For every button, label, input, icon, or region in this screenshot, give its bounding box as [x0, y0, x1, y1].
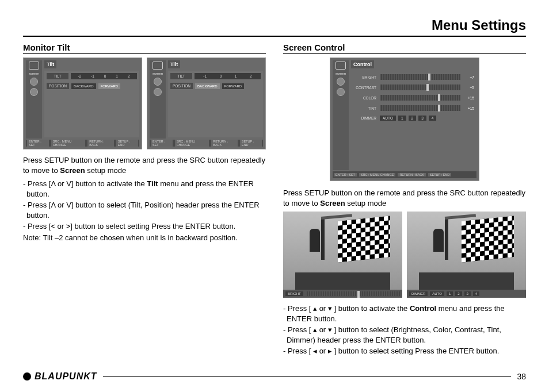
text: - Press [	[283, 304, 313, 313]
tilt-v: 1	[116, 74, 118, 78]
brand-text: BLAUPUNKT	[35, 371, 97, 382]
tilt-screenshots: screen Tilt TILT -2 -1 0 1 2	[23, 57, 266, 149]
footer-rule	[103, 376, 512, 377]
monitor-tilt-heading: Monitor Tilt	[23, 43, 266, 54]
photo-bar: DIMMER AUTO 1 2 3 4	[407, 290, 526, 298]
tilt-label: TILT	[170, 73, 192, 79]
control-step-3: - Press [ or ] button to select setting …	[287, 346, 526, 356]
tilt-v: -1	[91, 74, 94, 78]
sidebar-icon-1	[30, 78, 38, 86]
shot-sidebar: screen	[26, 60, 42, 139]
text-bold: Tilt	[147, 179, 158, 188]
position-label: POSITION	[170, 83, 193, 89]
pole	[321, 217, 325, 260]
text: or	[317, 325, 328, 334]
brand-logo: BLAUPUNKT	[23, 371, 97, 382]
right-column: Screen Control screen Control BRIGHT +7 …	[283, 43, 526, 358]
tilt-screenshot-1: screen Tilt TILT -2 -1 0 1 2	[23, 57, 142, 149]
page-footer: BLAUPUNKT 38	[23, 371, 526, 382]
checkered-flag-icon	[462, 216, 514, 263]
shot-title: Tilt	[168, 60, 180, 68]
color-value: +15	[463, 96, 474, 100]
bright-row: BRIGHT +7	[353, 74, 474, 80]
tilt-v: 2	[128, 74, 130, 78]
shot-title: Tilt	[44, 60, 56, 68]
triangle-down-icon	[328, 325, 332, 334]
text: setup mode	[345, 199, 387, 207]
tilt-row: TILT -2 -1 0 1 2	[47, 73, 137, 79]
dimmer-opt: 1	[398, 116, 406, 121]
position-label: POSITION	[47, 83, 69, 89]
dim-opt: 1	[447, 291, 453, 296]
stand	[295, 272, 391, 290]
tilt-step-1: - Press [Λ or V] button to activate the …	[26, 179, 266, 199]
tint-row: TINT +15	[353, 105, 474, 111]
tilt-v: 1	[235, 74, 237, 78]
foot-return: RETURN : BACK	[87, 140, 114, 147]
tilt-v: -2	[78, 74, 81, 78]
screen-control-heading: Screen Control	[283, 43, 526, 54]
man	[310, 229, 320, 252]
sidebar-icon-1	[154, 78, 162, 86]
tint-value: +15	[463, 106, 474, 110]
position-row: POSITION BACKWARD FORWARD	[47, 83, 137, 89]
dimmer-opt: 4	[429, 116, 437, 121]
position-forward: FORWARD	[222, 83, 245, 89]
text-bold: Control	[410, 304, 436, 313]
tilt-note: Note: Tilt –2 cannot be chosen when unit…	[23, 233, 266, 243]
man	[433, 229, 444, 252]
tv-icon	[152, 62, 163, 70]
triangle-down-icon	[328, 304, 332, 313]
triangle-up-icon	[313, 325, 317, 334]
text: or	[317, 347, 328, 355]
shot-sidebar: screen	[150, 60, 166, 139]
checkered-flag-icon	[338, 216, 390, 263]
tilt-label: TILT	[47, 73, 68, 79]
tilt-v: 0	[104, 74, 106, 78]
brand-dot-icon	[23, 372, 31, 381]
foot-setup: SETUP : END	[428, 173, 451, 176]
position-row: POSITION BACKWARD FORWARD	[170, 83, 261, 89]
sidebar-label: screen	[336, 72, 346, 75]
tv-icon	[336, 62, 346, 70]
contrast-slider	[380, 84, 460, 90]
position-backward: BACKWARD	[195, 83, 219, 89]
tilt-v: -1	[203, 74, 207, 78]
foot-setup: SETUP : END	[240, 140, 262, 147]
tilt-values: -1 0 1 2	[195, 73, 261, 79]
triangle-right-icon	[328, 347, 332, 355]
dim-opt: 2	[455, 291, 462, 296]
text: or	[317, 304, 328, 313]
foot-setup: SETUP : END	[116, 140, 138, 147]
tilt-v: 2	[250, 74, 252, 78]
color-row: COLOR +15	[353, 95, 474, 101]
sidebar-label: screen	[29, 72, 39, 75]
tint-slider	[380, 105, 460, 111]
dim-opt: 4	[473, 291, 479, 296]
tilt-step-3: - Press [< or >] button to select settin…	[26, 221, 266, 232]
dimmer-label: DIMMER	[353, 116, 378, 120]
position-forward: FORWARD	[98, 83, 121, 89]
checkered-photos: BRIGHT DIMMER AUTO 1 2 3 4	[283, 212, 526, 298]
arm	[321, 214, 352, 220]
page-title: Menu Settings	[23, 17, 526, 37]
tint-label: TINT	[353, 106, 378, 110]
tilt-v: 0	[220, 74, 222, 78]
tilt-values: -2 -1 0 1 2	[71, 73, 137, 79]
text-bold: Screen	[60, 166, 85, 175]
bright-label: BRIGHT	[353, 75, 378, 79]
contrast-label: CONTRAST	[353, 86, 378, 90]
sidebar-icon-2	[30, 88, 38, 96]
photo-label: BRIGHT	[285, 291, 303, 296]
dimmer-row: DIMMER AUTO 1 2 3 4	[353, 116, 474, 121]
text: - Press [	[283, 347, 313, 355]
foot-src: SRC : MENU CHANGE	[359, 173, 395, 176]
control-intro: Press SETUP button on the remote and pre…	[283, 188, 526, 208]
dim-opt: AUTO	[430, 291, 444, 296]
position-backward: BACKWARD	[71, 83, 96, 89]
tilt-row: TILT -1 0 1 2	[170, 73, 261, 79]
foot-src: SRC : MENU CHANGE	[51, 140, 86, 147]
dimmer-opt: 3	[418, 116, 426, 121]
color-label: COLOR	[353, 96, 378, 100]
triangle-left-icon	[313, 347, 317, 355]
